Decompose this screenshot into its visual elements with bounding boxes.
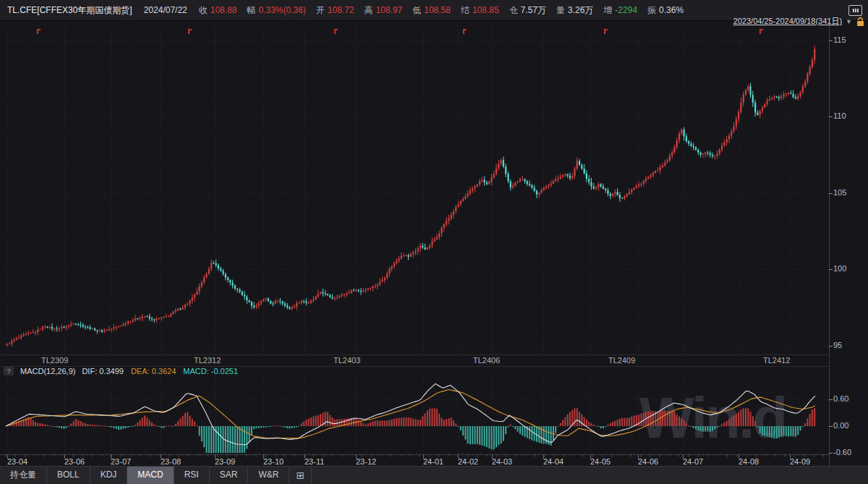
contract-roll-mark [463,29,467,34]
x-axis-label: 24-03 [492,457,512,466]
chevron-down-icon[interactable]: ▼ [846,18,852,25]
dif-line [6,383,815,444]
indicator-tab-kdj[interactable]: KDJ [90,467,128,484]
y-axis-tick: 105 [833,188,846,197]
indicator-tab-rsi[interactable]: RSI [174,467,210,484]
contract-label: TL2309 [41,356,68,365]
indicator-tab-sar[interactable]: SAR [210,467,249,484]
wind-terminal-window: TL.CFE[CFFEX30年期国债期货] 2024/07/22 收108.88… [0,0,868,484]
contract-roll-mark [188,29,192,34]
help-icon[interactable]: ? [4,366,14,375]
x-axis-label: 24-01 [423,457,443,466]
indicator-tab-macd[interactable]: MACD [127,467,174,484]
chart-canvas[interactable] [0,0,868,484]
x-axis-label: 24-04 [543,457,563,466]
x-axis-label: 23-08 [161,457,181,466]
y-axis-tick: 110 [833,111,846,120]
contract-label: TL2312 [194,356,221,365]
contract-roll-mark [334,29,338,34]
y-axis-tick: 115 [833,35,846,44]
x-axis-label: 24-09 [790,457,810,466]
macd-axis-tick: 0.60 [833,394,848,403]
macd-indicator-header: ? MACD(12,26,9) DIF: 0.3499DEA: 0.3624MA… [4,365,245,376]
macd-title: MACD(12,26,9) [20,367,75,375]
y-axis-tick: 95 [833,341,842,349]
x-axis-label: 23-04 [7,457,27,466]
indicator-tab-boll[interactable]: BOLL [47,467,90,484]
candlestick-series [7,46,816,347]
x-axis-label: 24-07 [683,457,703,466]
macd-value-item: MACD: -0.0251 [183,367,238,375]
contract-label: TL2412 [763,356,790,365]
contract-roll-mark [604,29,608,34]
indicator-toolbar: 持仓量BOLLKDJMACDRSISARW&R⊞ [0,466,868,484]
x-axis-label: 24-08 [739,457,759,466]
x-axis-label: 23-12 [356,457,376,466]
macd-value-item: DEA: 0.3624 [131,367,176,375]
macd-value-item: DIF: 0.3499 [82,367,123,375]
macd-axis-tick: -0.60 [833,448,851,457]
x-axis-label: 23-09 [215,457,235,466]
indicator-tab-[interactable]: 持仓量 [0,467,47,484]
contract-label: TL2409 [608,356,635,365]
macd-axis-tick: 0.00 [833,421,848,430]
add-indicator-button[interactable]: ⊞ [289,467,312,484]
x-axis-label: 24-02 [458,457,478,466]
x-axis-label: 23-07 [111,457,131,466]
macd-histogram [7,408,816,453]
contract-roll-mark [37,29,41,34]
indicator-tab-wr[interactable]: W&R [248,467,289,484]
x-axis-label: 24-05 [590,457,610,466]
y-axis-tick: 100 [833,264,846,273]
x-axis-label: 23-10 [263,457,284,466]
unlock-icon[interactable] [856,17,865,27]
contract-roll-mark [760,29,763,34]
date-range-text[interactable]: 2023/04/25-2024/09/18(341日) [733,16,842,27]
date-range-selector[interactable]: 2023/04/25-2024/09/18(341日) ▼ [733,16,865,27]
dea-line [6,390,815,438]
contract-label: TL2403 [333,356,360,365]
x-axis-label: 23-11 [305,457,324,466]
x-axis-label: 23-06 [64,457,85,466]
x-axis-label: 24-06 [638,457,658,466]
contract-label: TL2406 [473,356,500,365]
macd-values: DIF: 0.3499DEA: 0.3624MACD: -0.0251 [82,367,245,375]
